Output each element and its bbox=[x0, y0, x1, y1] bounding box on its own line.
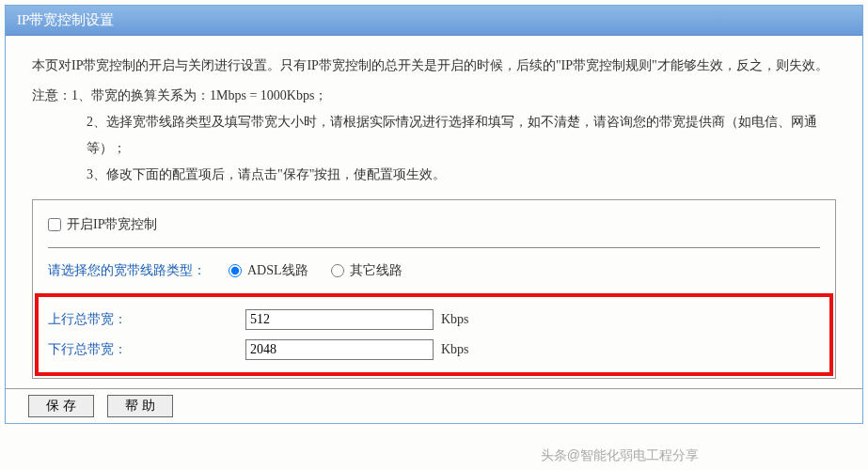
enable-label: 开启IP带宽控制 bbox=[67, 212, 157, 238]
note-label: 注意： bbox=[32, 88, 71, 102]
note-line-2: 2、选择宽带线路类型及填写带宽大小时，请根据实际情况进行选择和填写，如不清楚，请… bbox=[32, 109, 836, 162]
divider bbox=[48, 247, 820, 248]
downstream-row: 下行总带宽： Kbps bbox=[48, 337, 820, 363]
upstream-unit: Kbps bbox=[441, 306, 469, 333]
note-line-1: 注意：1、带宽的换算关系为：1Mbps = 1000Kbps； bbox=[32, 83, 836, 109]
radio-adsl-label: ADSL线路 bbox=[247, 258, 308, 284]
downstream-input[interactable] bbox=[245, 339, 434, 360]
upstream-label: 上行总带宽： bbox=[48, 306, 245, 333]
radio-adsl[interactable] bbox=[229, 264, 242, 277]
save-button[interactable]: 保存 bbox=[28, 395, 94, 417]
enable-checkbox[interactable] bbox=[48, 218, 61, 231]
bandwidth-highlight: 上行总带宽： Kbps 下行总带宽： Kbps bbox=[35, 293, 833, 376]
line-type-label: 请选择您的宽带线路类型： bbox=[48, 258, 206, 284]
help-button[interactable]: 帮助 bbox=[107, 395, 173, 417]
intro-text: 本页对IP带宽控制的开启与关闭进行设置。只有IP带宽控制的总开关是开启的时候，后… bbox=[32, 53, 836, 79]
radio-adsl-group[interactable]: ADSL线路 bbox=[229, 258, 308, 284]
upstream-row: 上行总带宽： Kbps bbox=[48, 306, 820, 333]
radio-other-group[interactable]: 其它线路 bbox=[331, 258, 402, 284]
panel-title: IP带宽控制设置 bbox=[6, 6, 862, 36]
downstream-label: 下行总带宽： bbox=[48, 337, 245, 363]
upstream-input[interactable] bbox=[245, 309, 434, 330]
button-bar: 保存 帮助 bbox=[6, 388, 862, 423]
panel-body: 本页对IP带宽控制的开启与关闭进行设置。只有IP带宽控制的总开关是开启的时候，后… bbox=[6, 36, 862, 388]
enable-row: 开启IP带宽控制 bbox=[48, 212, 820, 238]
radio-other-label: 其它线路 bbox=[350, 258, 402, 284]
settings-panel: IP带宽控制设置 本页对IP带宽控制的开启与关闭进行设置。只有IP带宽控制的总开… bbox=[5, 5, 863, 424]
radio-other[interactable] bbox=[331, 264, 344, 277]
line-type-row: 请选择您的宽带线路类型： ADSL线路 其它线路 bbox=[48, 258, 820, 284]
config-box: 开启IP带宽控制 请选择您的宽带线路类型： ADSL线路 其它线路 上行总带宽： bbox=[32, 199, 836, 379]
downstream-unit: Kbps bbox=[441, 337, 469, 363]
note-1-text: 1、带宽的换算关系为：1Mbps = 1000Kbps； bbox=[71, 88, 327, 102]
note-line-3: 3、修改下面的配置项后，请点击"保存"按扭，使配置项生效。 bbox=[32, 162, 836, 188]
